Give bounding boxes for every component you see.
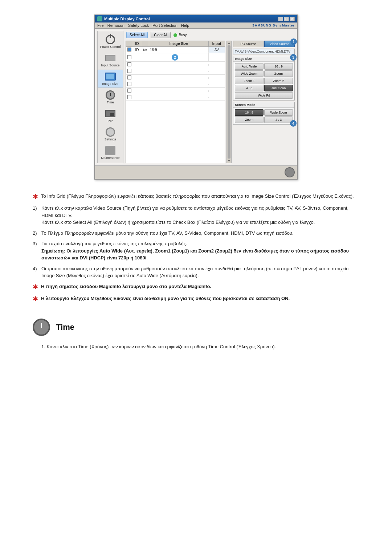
star-note-bottom-1: ✱ Η πηγή σήματος εισόδου MagicInfo λειτο… xyxy=(33,283,359,292)
row1-imagesize-val: 16:9 xyxy=(150,48,157,52)
btn-zoom1[interactable]: Zoom 1 xyxy=(235,78,264,84)
menu-file[interactable]: File xyxy=(97,23,104,28)
table-row: ID № 16:9 AV xyxy=(126,47,225,53)
app-window: Multiple Display Control _ □ × File Remo… xyxy=(94,15,298,180)
source-info: TV,AV,S-Video,Component,HDMI,DTV xyxy=(233,49,295,54)
sidebar-item-input[interactable]: Input Source xyxy=(98,51,123,69)
minimize-button[interactable]: _ xyxy=(278,17,283,21)
menu-bar: File Remocon Safety Lock Port Selection … xyxy=(95,22,297,29)
image-size-title: Image Size xyxy=(233,56,294,62)
row8-checkbox[interactable] xyxy=(127,95,131,99)
menu-remocon[interactable]: Remocon xyxy=(107,23,124,28)
star-note-bottom-2: ✱ Η λειτουργία Ελέγχου Μεγέθους Εικόνας … xyxy=(33,295,359,304)
content-area: ID Image Size Input ID № 16:9 AV xyxy=(126,41,295,163)
row1-id: ID xyxy=(135,48,139,52)
num-3: 3) xyxy=(33,240,41,247)
sidebar-item-maintenance[interactable]: Maintenance xyxy=(98,144,123,161)
doc-content: ✱ Το Info Grid (Πλέγμα Πληροφοριών) εμφα… xyxy=(29,193,363,350)
toolbar: Select All Clear All Busy xyxy=(126,31,295,39)
time-large-icon xyxy=(33,319,50,336)
star-note-top: ✱ Το Info Grid (Πλέγμα Πληροφοριών) εμφα… xyxy=(33,193,359,202)
sidebar-item-power[interactable]: Power Control xyxy=(98,33,123,50)
screen-mode-buttons: 16 : 9 Wide Zoom Zoom 4 : 3 xyxy=(233,108,294,124)
page-wrapper: Multiple Display Control _ □ × File Remo… xyxy=(22,15,370,350)
numbered-item-3: 3) Για τυχαία εναλλαγή του μεγέθους εικό… xyxy=(33,240,359,262)
th-imagesize: Image Size xyxy=(149,41,209,46)
sidebar: Power Control Input Source Image Size xyxy=(97,31,123,163)
sidebar-label-input: Input Source xyxy=(101,63,119,67)
num-2: 2) xyxy=(33,230,41,237)
btn-4-3[interactable]: 4 : 3 xyxy=(235,85,264,91)
table-row xyxy=(126,75,225,81)
btn-auto-wide[interactable]: Auto Wide xyxy=(235,63,264,70)
scroll-up[interactable]: ▲ xyxy=(227,41,231,45)
btn-zoom[interactable]: Zoom xyxy=(264,70,293,77)
samsung-logo: SAMSUNG SyncMaster xyxy=(252,24,295,27)
window-footer xyxy=(95,165,297,179)
source-tabs: PC Source Video Source xyxy=(233,41,295,47)
close-button[interactable]: × xyxy=(290,17,295,21)
menu-help[interactable]: Help xyxy=(181,23,189,28)
row2-checkbox[interactable] xyxy=(127,55,131,59)
btn-zoom2[interactable]: Zoom 2 xyxy=(264,78,293,84)
btn-sm-zoom[interactable]: Zoom xyxy=(235,116,264,123)
row3-checkbox[interactable] xyxy=(127,62,131,66)
table-row: 2 xyxy=(126,53,225,62)
scroll-down[interactable]: ▼ xyxy=(227,159,231,163)
row4-checkbox[interactable] xyxy=(127,69,131,73)
busy-label: Busy xyxy=(179,33,187,37)
footer-icon xyxy=(285,167,295,177)
btn-wide-zoom[interactable]: Wide Zoom xyxy=(235,70,264,77)
btn-sm-4-3[interactable]: 4 : 3 xyxy=(264,116,293,123)
clear-all-button[interactable]: Clear All xyxy=(151,32,171,38)
row6-checkbox[interactable] xyxy=(127,82,131,86)
time-title: Time xyxy=(56,323,74,332)
menu-port-selection[interactable]: Port Selection xyxy=(152,23,177,28)
numbered-list: 1) Κάντε κλικ στην καρτέλα Video Source … xyxy=(33,205,359,279)
btn-just-scan[interactable]: Just Scan xyxy=(264,85,293,91)
row1-checkbox[interactable] xyxy=(127,48,131,52)
busy-dot xyxy=(173,33,177,37)
btn-16-9[interactable]: 16 : 9 xyxy=(264,63,293,70)
time-note: 1. Κάντε κλικ στο Time (Χρόνος) των κύρι… xyxy=(41,343,359,350)
badge-2: 2 xyxy=(172,54,178,61)
sidebar-label-maintenance: Maintenance xyxy=(101,156,120,160)
sidebar-label-imagesize: Image Size xyxy=(102,82,118,86)
sidebar-label-pip: PIP xyxy=(108,119,113,123)
btn-sm-wide-zoom[interactable]: Wide Zoom xyxy=(264,109,293,116)
title-bar: Multiple Display Control _ □ × xyxy=(95,15,297,22)
sidebar-item-pip[interactable]: PIP xyxy=(98,107,123,124)
main-area: Select All Clear All Busy ID xyxy=(126,31,295,163)
pc-source-tab[interactable]: PC Source xyxy=(233,41,264,47)
sidebar-item-settings[interactable]: Settings xyxy=(98,125,123,143)
sidebar-item-imagesize[interactable]: Image Size xyxy=(98,70,123,87)
th-id: ID xyxy=(133,41,141,46)
star-note-b1-text: Η πηγή σήματος εισόδου MagicInfo λειτουρ… xyxy=(41,283,359,290)
maximize-button[interactable]: □ xyxy=(284,17,289,21)
menu-safety-lock[interactable]: Safety Lock xyxy=(128,23,149,28)
window-title: Multiple Display Control xyxy=(104,17,150,21)
time-icon xyxy=(106,90,115,100)
row5-checkbox[interactable] xyxy=(127,75,131,79)
scroll-thumb[interactable] xyxy=(228,45,230,159)
row1-num: № xyxy=(143,48,147,52)
badge-3: 3 xyxy=(290,54,297,61)
row7-checkbox[interactable] xyxy=(127,89,131,93)
scrollbar[interactable]: ▲ ▼ xyxy=(226,41,232,163)
btn-sm-16-9[interactable]: 16 : 9 xyxy=(235,109,264,116)
table-row xyxy=(126,81,225,88)
table-row xyxy=(126,88,225,94)
sidebar-label-settings: Settings xyxy=(105,138,117,141)
pip-icon xyxy=(105,110,115,117)
item1-text: Κάντε κλικ στην καρτέλα Video Source (Πη… xyxy=(41,205,359,226)
star-icon-b1: ✱ xyxy=(33,282,38,292)
star-icon-b2: ✱ xyxy=(33,294,38,304)
btn-wide-fit[interactable]: Wide Fit xyxy=(235,92,293,99)
star-note-top-text: Το Info Grid (Πλέγμα Πληροφοριών) εμφανί… xyxy=(41,193,359,200)
item4-text: Οι τρόποι απεικόνισης στην οθόνη μπορούν… xyxy=(41,265,359,279)
power-icon xyxy=(106,35,115,44)
select-all-button[interactable]: Select All xyxy=(126,32,148,38)
sidebar-item-time[interactable]: Time xyxy=(98,88,123,106)
num-4: 4) xyxy=(33,265,41,272)
sidebar-label-power: Power Control xyxy=(100,45,121,49)
